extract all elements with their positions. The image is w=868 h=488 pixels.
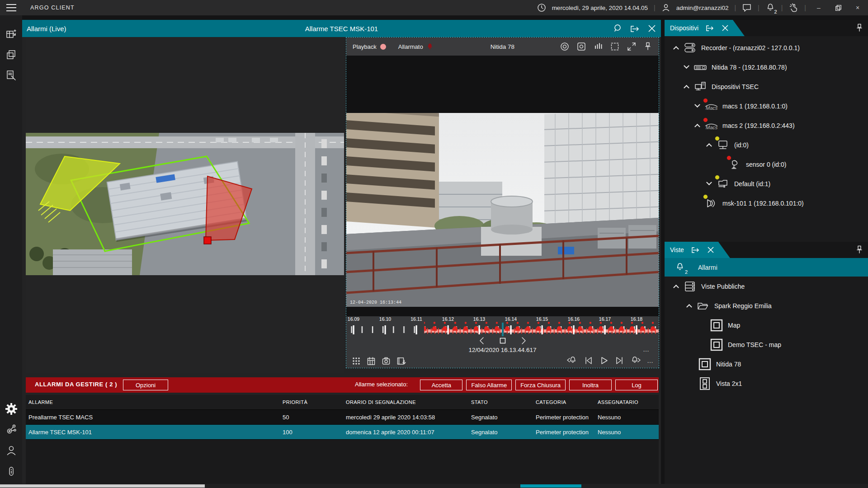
accept-button[interactable]: Accetta — [420, 380, 462, 390]
skip-end-icon[interactable] — [614, 356, 624, 366]
log-button[interactable]: Log — [615, 380, 658, 390]
tree-item-viste-pubbliche[interactable]: Viste Pubbliche — [665, 277, 868, 296]
undock-icon[interactable] — [690, 245, 700, 254]
devices-tab[interactable]: Dispositivi — [665, 20, 745, 36]
tree-item-label: macs 1 (192.168.0.1:0) — [722, 103, 788, 110]
tree-item-macs-2[interactable]: Macs macs 2 (192.168.0.2:443) — [665, 116, 868, 135]
map-designer-icon[interactable] — [0, 23, 22, 44]
pin-panel-icon[interactable] — [855, 245, 863, 255]
report-edit-icon[interactable] — [0, 65, 22, 86]
grid-view-icon[interactable] — [352, 357, 361, 366]
snapshot-icon[interactable] — [576, 42, 586, 52]
expand-caret-icon[interactable] — [681, 65, 692, 69]
radar-sensor-icon — [703, 197, 720, 209]
pin-icon[interactable] — [643, 42, 652, 52]
expand-caret-icon[interactable] — [703, 182, 714, 186]
stop-icon[interactable] — [500, 338, 506, 344]
record-icon[interactable] — [560, 42, 570, 52]
services-gear-icon[interactable] — [0, 419, 22, 440]
collapse-caret-icon[interactable] — [684, 304, 694, 308]
false-alarm-button[interactable]: Falso Allarme — [466, 380, 512, 390]
user-profile-icon[interactable] — [0, 440, 22, 461]
calendar-icon[interactable] — [367, 357, 376, 366]
tree-item-label: Nitida 78 — [716, 361, 741, 368]
col-categoria: CATEGORIA — [533, 399, 595, 405]
devices-panel: Dispositivi Recorder - (rzanazzi02 - 127… — [665, 20, 868, 242]
cell-stato: Segnalato — [468, 414, 533, 421]
force-close-button[interactable]: Forza Chiusura — [515, 380, 566, 390]
info-icon[interactable] — [0, 461, 22, 482]
undock-icon[interactable] — [705, 23, 715, 33]
options-button[interactable]: Opzioni — [123, 380, 168, 390]
camera-widget[interactable]: Playback Allarmato Nitida 78 — [346, 37, 659, 368]
tree-item-id0[interactable]: (id:0) — [665, 135, 868, 155]
tree-item-spark-reggio-emilia[interactable]: Spark Reggio Emilia — [665, 296, 868, 315]
map-widget[interactable] — [26, 38, 344, 373]
restore-button[interactable] — [831, 2, 845, 14]
collapse-caret-icon[interactable] — [681, 84, 692, 89]
macs-device-icon: Macs — [703, 101, 720, 111]
views-tree: 2 Allarmi Viste Pubbliche Spark Reggio E… — [665, 258, 868, 488]
search-icon[interactable] — [612, 23, 622, 33]
tree-item-macs-1[interactable]: Macs macs 1 (192.168.0.1:0) — [665, 96, 868, 116]
views-tab[interactable]: Viste — [665, 242, 730, 258]
chat-icon[interactable] — [742, 3, 752, 12]
layouts-icon[interactable] — [0, 44, 22, 65]
expand-caret-icon[interactable] — [692, 104, 703, 108]
tree-item-sensor0[interactable]: sensor 0 (id:0) — [665, 155, 868, 174]
svg-text:16.12: 16.12 — [442, 316, 454, 322]
close-tab-icon[interactable] — [721, 24, 729, 32]
collapse-caret-icon[interactable] — [692, 123, 703, 127]
camera-video-area[interactable]: 12-04-2020 16:13:44 — [346, 56, 659, 316]
tree-item-label: Dispositivi TSEC — [712, 83, 759, 90]
timeline-track[interactable]: 16.09 16.10 16.11 16.12 16.13 16.14 16.1… — [346, 316, 659, 337]
tree-item-recorder[interactable]: Recorder - (rzanazzi02 - 127.0.0.1) — [665, 38, 868, 57]
timeline[interactable]: 16.09 16.10 16.11 16.12 16.13 16.14 16.1… — [346, 316, 659, 345]
step-back-icon[interactable] — [479, 337, 484, 345]
workstation-icon — [692, 81, 709, 93]
close-button[interactable]: × — [851, 2, 864, 14]
tree-item-map-view[interactable]: Map — [665, 315, 868, 335]
settings-gear-icon[interactable] — [0, 399, 22, 419]
collapse-caret-icon[interactable] — [670, 46, 681, 50]
fullscreen-icon[interactable] — [627, 42, 637, 52]
alarm-table-row-selected[interactable]: Allarme TSEC MSK-101 100 domenica 12 apr… — [26, 425, 659, 440]
gesture-hand-icon[interactable] — [788, 3, 798, 13]
next-alarm-icon[interactable] — [630, 356, 642, 366]
status-dot-red — [726, 155, 731, 160]
tree-item-nitida-78-view[interactable]: Nitida 78 — [665, 354, 868, 374]
step-forward-icon[interactable] — [521, 337, 527, 345]
tree-item-vista-2x1[interactable]: Vista 2x1 — [665, 374, 868, 393]
tree-item-dispositivi-tsec[interactable]: Dispositivi TSEC — [665, 77, 868, 96]
audio-levels-icon[interactable] — [593, 42, 603, 52]
top-bar: ARGO CLIENT mercoledì, 29 aprile, 2020 1… — [0, 0, 868, 15]
close-panel-icon[interactable] — [647, 24, 656, 33]
play-icon[interactable] — [599, 356, 609, 366]
more-options-icon[interactable]: … — [643, 346, 650, 353]
horizontal-scrollbar-thumb[interactable] — [0, 484, 205, 488]
snapshot-save-icon[interactable] — [382, 357, 391, 366]
notifications-bell-icon[interactable]: 2 — [765, 3, 775, 13]
view-item-allarmi-selected[interactable]: 2 Allarmi — [665, 258, 868, 277]
collapse-caret-icon[interactable] — [670, 284, 681, 288]
previous-alarm-icon[interactable] — [566, 356, 578, 366]
collapse-caret-icon[interactable] — [703, 143, 714, 147]
undock-icon[interactable] — [629, 23, 640, 33]
skip-start-icon[interactable] — [584, 356, 594, 366]
tree-item-nitida[interactable]: Nitida 78 - (192.168.80.78) — [665, 57, 868, 77]
playhead[interactable] — [502, 323, 504, 336]
close-tab-icon[interactable] — [707, 246, 715, 254]
user-icon — [661, 3, 670, 12]
more-playback-options-icon[interactable]: … — [647, 357, 653, 364]
tree-item-default-id1[interactable]: Default (id:1) — [665, 174, 868, 193]
minimize-button[interactable]: – — [812, 2, 826, 14]
status-dot-red — [703, 98, 708, 103]
hamburger-menu-icon[interactable] — [0, 4, 22, 12]
tree-item-demo-tsec-map[interactable]: Demo TSEC - map — [665, 335, 868, 354]
pin-panel-icon[interactable] — [855, 23, 863, 33]
export-clip-icon[interactable] — [396, 357, 406, 366]
tree-item-msk-101[interactable]: msk-101 1 (192.168.0.101:0) — [665, 193, 868, 213]
forward-button[interactable]: Inoltra — [569, 380, 612, 390]
alarm-table-row[interactable]: Preallarme TSEC MACS 50 mercoledì 29 apr… — [26, 410, 659, 425]
digital-zoom-icon[interactable] — [610, 42, 620, 52]
